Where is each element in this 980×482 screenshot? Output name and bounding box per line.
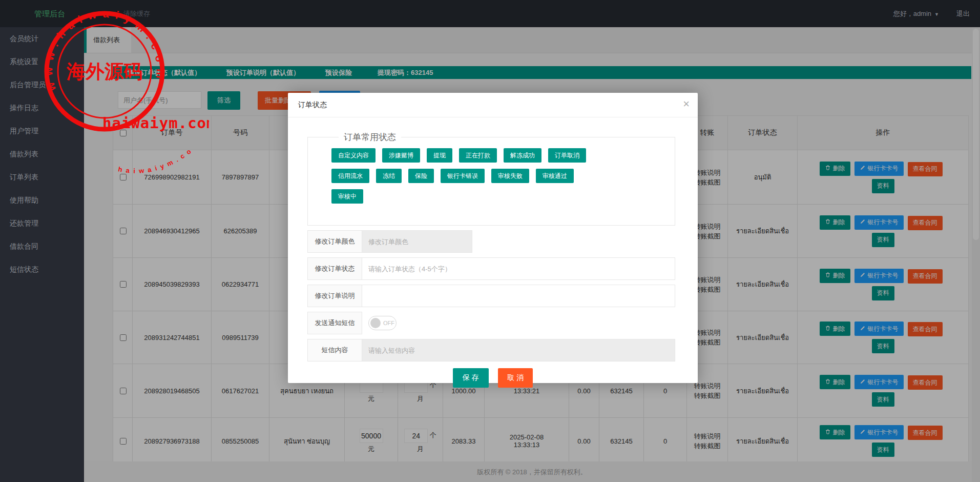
status-button[interactable]: 订单取消 xyxy=(548,148,586,163)
form-label: 修改订单状态 xyxy=(307,257,362,280)
status-button[interactable]: 信用流水 xyxy=(331,169,369,183)
modal-buttons: 保 存 取 消 xyxy=(288,368,698,388)
form-row-0: 修改订单颜色 xyxy=(307,230,675,253)
status-button[interactable]: 解冻成功 xyxy=(504,148,541,163)
form-row-3: 发送通知短信OFF xyxy=(307,312,675,334)
status-button-row-2: 审核中 xyxy=(331,189,664,210)
toggle-wrap: OFF xyxy=(362,312,397,334)
status-button[interactable]: 审核通过 xyxy=(536,169,574,183)
status-button[interactable]: 正在打款 xyxy=(459,148,497,163)
form-label: 短信内容 xyxy=(307,339,362,362)
status-button[interactable]: 保险 xyxy=(408,169,434,183)
order-status-modal: 订单状态 × 订单常用状态 自定义内容涉嫌赌博提现正在打款解冻成功订单取消信用流… xyxy=(288,93,698,383)
toggle-state-label: OFF xyxy=(383,320,394,326)
form-row-1: 修改订单状态 xyxy=(307,257,675,280)
modal-header: 订单状态 xyxy=(288,93,698,117)
status-button[interactable]: 涉嫌赌博 xyxy=(382,148,420,163)
form-row-2: 修改订单说明 xyxy=(307,285,675,307)
cancel-button[interactable]: 取 消 xyxy=(498,368,533,388)
admin-page: 管理后台 清除缓存 您好，admin▼ 退出 会员统计系统设置后台管理员操作日志… xyxy=(0,0,980,482)
status-button[interactable]: 银行卡错误 xyxy=(441,169,485,183)
sms-toggle[interactable]: OFF xyxy=(368,316,397,330)
status-button[interactable]: 自定义内容 xyxy=(331,148,376,163)
status-button[interactable]: 冻结 xyxy=(376,169,402,183)
form-label: 修改订单说明 xyxy=(307,285,362,307)
status-button-row-1: 信用流水冻结保险银行卡错误审核失败审核通过 xyxy=(331,169,664,189)
status-fieldset: 订单常用状态 自定义内容涉嫌赌博提现正在打款解冻成功订单取消信用流水冻结保险银行… xyxy=(307,131,675,226)
toggle-knob xyxy=(370,318,381,328)
modal-title: 订单状态 xyxy=(298,101,327,109)
form-input-0[interactable] xyxy=(362,230,472,253)
status-button[interactable]: 审核中 xyxy=(331,189,363,204)
form-label: 修改订单颜色 xyxy=(307,230,362,253)
status-button[interactable]: 审核失败 xyxy=(491,169,529,183)
form-row-4: 短信内容 xyxy=(307,339,675,362)
status-button[interactable]: 提现 xyxy=(427,148,452,163)
status-legend: 订单常用状态 xyxy=(339,131,401,143)
form-input-4[interactable] xyxy=(362,339,675,362)
close-icon[interactable]: × xyxy=(683,98,690,110)
status-button-row-0: 自定义内容涉嫌赌博提现正在打款解冻成功订单取消 xyxy=(331,148,664,169)
form-input-1[interactable] xyxy=(362,257,675,280)
save-button[interactable]: 保 存 xyxy=(453,368,489,388)
form-label: 发送通知短信 xyxy=(307,312,362,334)
form-input-2[interactable] xyxy=(362,285,675,307)
